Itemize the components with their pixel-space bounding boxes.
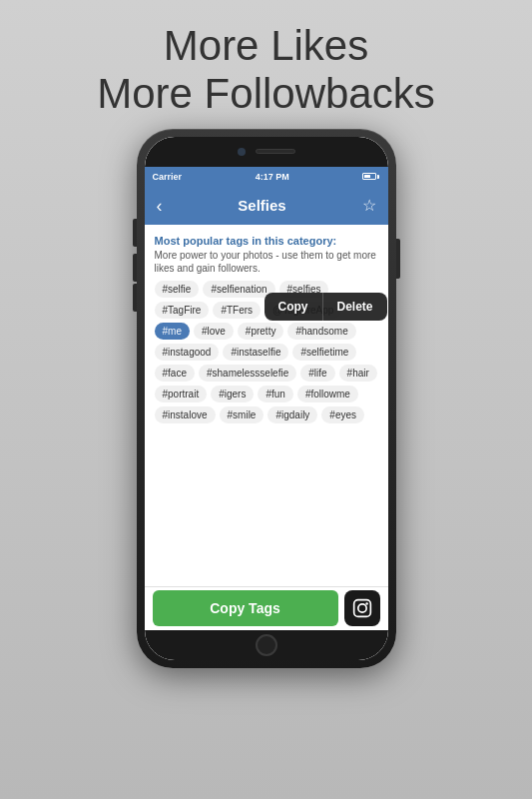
category-title: Most popular tags in this category: bbox=[155, 235, 378, 247]
headline-line2: More Followbacks bbox=[97, 70, 434, 118]
tag-pill[interactable]: #life bbox=[300, 365, 334, 382]
svg-point-1 bbox=[357, 604, 365, 612]
delete-button[interactable]: Delete bbox=[322, 293, 387, 321]
content-area: Most popular tags in this category: More… bbox=[145, 225, 388, 586]
tag-pill[interactable]: #love bbox=[194, 323, 234, 340]
battery-icon bbox=[362, 173, 379, 180]
bottom-bar: Copy Tags bbox=[145, 586, 388, 630]
category-header: Most popular tags in this category: More… bbox=[155, 235, 378, 275]
context-menu: Copy Delete bbox=[265, 293, 387, 321]
nav-bar: ‹ Selfies ☆ bbox=[145, 187, 388, 225]
instagram-icon bbox=[352, 598, 372, 618]
headline-line1: More Likes bbox=[97, 22, 434, 70]
tag-pill[interactable]: #fun bbox=[258, 386, 292, 402]
nav-title: Selfies bbox=[238, 197, 285, 214]
tag-pill[interactable]: #TFers bbox=[213, 302, 261, 319]
back-button[interactable]: ‹ bbox=[157, 197, 163, 215]
tag-pill[interactable]: #selfienation bbox=[203, 281, 274, 298]
tags-container: Copy Delete #selfie#selfienation#selfies… bbox=[155, 281, 378, 578]
tag-pill[interactable]: #TagFire bbox=[155, 302, 210, 319]
tag-pill[interactable]: #shamelessselefie bbox=[199, 365, 296, 382]
category-desc: More power to your photos - use them to … bbox=[155, 249, 378, 275]
tag-pill[interactable]: #instalove bbox=[155, 406, 216, 423]
tag-pill[interactable]: #pretty bbox=[238, 323, 284, 340]
tag-pill[interactable]: #igdaily bbox=[267, 406, 317, 423]
tag-pill[interactable]: #instagood bbox=[155, 344, 220, 361]
tag-pill[interactable]: #handsome bbox=[287, 323, 355, 340]
carrier-label: Carrier bbox=[153, 172, 183, 182]
time-label: 4:17 PM bbox=[256, 172, 289, 182]
star-button[interactable]: ☆ bbox=[362, 196, 376, 215]
svg-rect-0 bbox=[353, 600, 370, 617]
phone-shell: Carrier 4:17 PM ‹ Selfies ☆ Most popular… bbox=[137, 129, 396, 668]
svg-point-2 bbox=[365, 602, 368, 605]
phone-speaker bbox=[256, 149, 295, 154]
app-headline: More Likes More Followbacks bbox=[97, 22, 434, 119]
phone-screen: Carrier 4:17 PM ‹ Selfies ☆ Most popular… bbox=[145, 137, 388, 660]
tag-pill[interactable]: #eyes bbox=[321, 406, 364, 423]
tag-pill[interactable]: #selfietime bbox=[292, 344, 356, 361]
tag-pill[interactable]: #igers bbox=[211, 386, 254, 402]
tag-pill[interactable]: #face bbox=[155, 365, 195, 382]
phone-camera bbox=[238, 148, 246, 156]
instagram-button[interactable] bbox=[344, 590, 380, 626]
copy-tags-button[interactable]: Copy Tags bbox=[153, 590, 338, 626]
tag-pill[interactable]: #selfie bbox=[155, 281, 200, 298]
phone-bottom-bar bbox=[145, 630, 388, 660]
tag-pill[interactable]: #hair bbox=[339, 365, 377, 382]
phone-top-bar bbox=[145, 137, 388, 167]
tag-pill[interactable]: #me bbox=[155, 323, 190, 340]
tag-pill[interactable]: #instaselfie bbox=[223, 344, 288, 361]
home-button[interactable] bbox=[256, 634, 277, 656]
tag-pill[interactable]: #followme bbox=[297, 386, 358, 402]
tag-pill[interactable]: #smile bbox=[220, 406, 265, 423]
copy-button[interactable]: Copy bbox=[265, 293, 322, 321]
status-bar: Carrier 4:17 PM bbox=[145, 167, 388, 187]
tag-pill[interactable]: #portrait bbox=[155, 386, 208, 402]
status-icons bbox=[362, 173, 379, 180]
